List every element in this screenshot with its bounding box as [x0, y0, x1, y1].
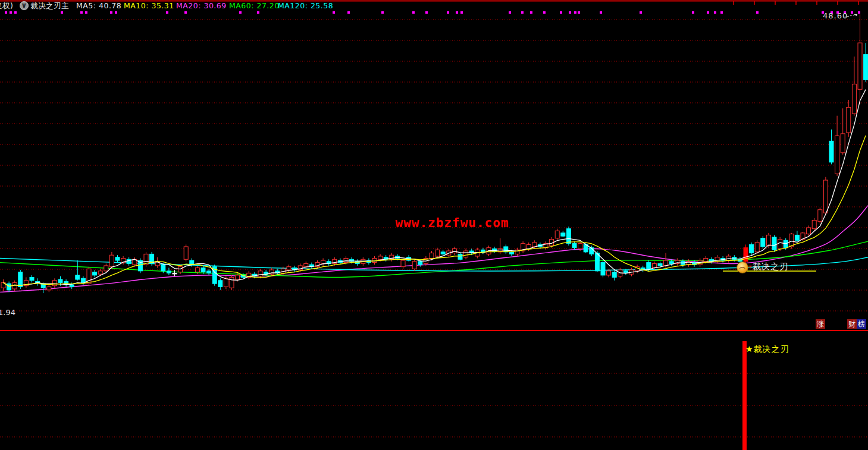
subpanel-signal-bar	[742, 341, 747, 450]
ma20-readout: MA20: 30.69	[176, 1, 227, 10]
adjust-mode-suffix: 复权)	[0, 1, 13, 11]
up-chevron-icon: ︿	[737, 263, 748, 271]
signal-label-main: 裁决之刃	[753, 262, 788, 272]
indicator-title-bar: 复权) ∨ 裁决之刃主 MA5: 40.78 MA10: 35.31 MA20:…	[0, 0, 868, 11]
stock-chart-screen: 复权) ∨ 裁决之刃主 MA5: 40.78 MA10: 35.31 MA20:…	[0, 0, 868, 450]
high-price-label: 48.60	[823, 11, 848, 20]
subpanel-gridlines	[0, 373, 868, 437]
bang-badge[interactable]: 榜	[857, 319, 866, 329]
buy-signal-arrow-icon: ︿	[737, 262, 748, 273]
candles-layer	[1, 14, 868, 293]
signal-spark-icon: ✳	[748, 264, 753, 270]
ma10-readout: MA10: 35.31	[124, 1, 174, 10]
indicator-dropdown-icon[interactable]: ∨	[20, 1, 29, 10]
signal-dots-row	[5, 11, 860, 14]
zhang-badge[interactable]: 涨	[816, 319, 825, 329]
signal-label-subpanel: ★裁决之刃	[745, 344, 789, 355]
ma5-line	[4, 90, 866, 287]
ma-computed-lines	[4, 90, 866, 287]
ma120-readout: MA120: 25.58	[278, 1, 333, 10]
watermark-text: www.zbzfwu.com	[393, 216, 512, 230]
cai-badge[interactable]: 财	[847, 319, 857, 329]
low-price-label: 1.94	[0, 308, 15, 317]
ma60-readout: MA60: 27.20	[229, 1, 280, 10]
ma5-readout: MA5: 40.78	[76, 1, 121, 10]
indicator-name[interactable]: 裁决之刃主	[30, 1, 69, 11]
